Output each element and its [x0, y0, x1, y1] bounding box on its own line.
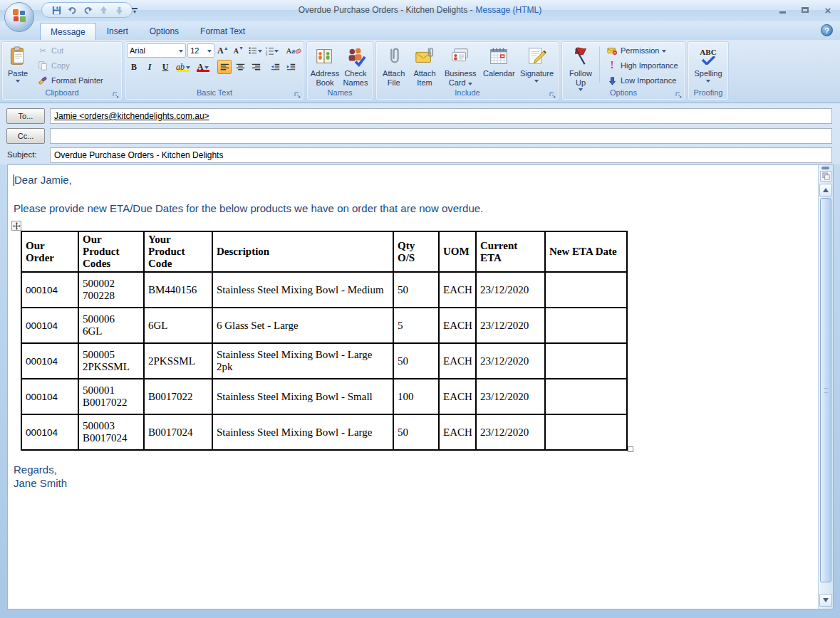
- table-header-row: Our Order Our Product Codes Your Product…: [21, 231, 627, 272]
- align-center-button[interactable]: [233, 60, 247, 74]
- signature-button[interactable]: Signature: [517, 43, 556, 84]
- format-painter-button[interactable]: Format Painter: [34, 73, 106, 88]
- tab-format-text[interactable]: Format Text: [190, 22, 256, 40]
- align-right-button[interactable]: [249, 60, 263, 74]
- close-icon[interactable]: ×: [821, 4, 834, 16]
- office-button[interactable]: [4, 2, 34, 32]
- col-our-order[interactable]: Our Order: [21, 231, 78, 272]
- spelling-button[interactable]: ABC Spelling: [692, 43, 724, 84]
- col-new-eta-date[interactable]: New ETA Date: [545, 231, 627, 272]
- align-left-button[interactable]: [217, 60, 232, 74]
- to-recipient[interactable]: Jamie <orders@kitchendelights.com.au>: [54, 111, 209, 121]
- intro-text[interactable]: Please provide new ETA/Due Dates for the…: [14, 202, 812, 214]
- attach-item-button[interactable]: Attach Item: [409, 43, 440, 88]
- split-handle[interactable]: [821, 167, 829, 169]
- new-eta-cell[interactable]: [545, 272, 627, 308]
- clear-formatting-button[interactable]: Aa: [285, 43, 302, 58]
- permission-dropdown-icon: [662, 50, 666, 53]
- table-row: 000104500001 B0017022B0017022Stainless S…: [21, 379, 627, 414]
- font-color-button[interactable]: A: [194, 60, 212, 74]
- business-card-button[interactable]: Business Card: [440, 43, 481, 88]
- cc-field[interactable]: [50, 128, 832, 144]
- table-resize-handle[interactable]: [628, 446, 633, 452]
- bold-button[interactable]: B: [127, 60, 141, 74]
- col-qty-os[interactable]: Qty O/S: [393, 231, 439, 272]
- attach-item-icon: [413, 45, 436, 68]
- subject-field[interactable]: Overdue Purchase Orders - Kitchen Deligh…: [50, 147, 832, 163]
- text-highlight-button[interactable]: ab: [174, 60, 192, 74]
- vertical-scrollbar[interactable]: [818, 165, 833, 609]
- message-header-fields: To... Jamie <orders@kitchendelights.com.…: [0, 103, 840, 164]
- scroll-down-icon[interactable]: [819, 594, 832, 607]
- permission-button[interactable]: Permission: [603, 43, 681, 58]
- to-button[interactable]: To...: [6, 108, 45, 124]
- tab-options[interactable]: Options: [139, 22, 190, 40]
- col-current-eta[interactable]: Current ETA: [476, 231, 545, 272]
- attach-file-button[interactable]: Attach File: [378, 43, 409, 88]
- outlook-message-window: ▾ Overdue Purchase Orders - Kitchen Deli…: [0, 0, 840, 618]
- signature-dropdown-icon: [534, 80, 539, 83]
- shrink-font-button[interactable]: A▼: [232, 43, 246, 58]
- underline-button[interactable]: U: [158, 60, 172, 74]
- calendar-icon: [487, 45, 510, 68]
- col-your-product-code[interactable]: Your Product Code: [144, 231, 212, 272]
- new-eta-cell[interactable]: [545, 343, 627, 379]
- ribbon: Paste ✂ Cut Copy: [0, 40, 840, 103]
- col-description[interactable]: Description: [212, 231, 393, 272]
- grow-font-button[interactable]: A▲: [216, 43, 230, 58]
- overdue-orders-table: Our Order Our Product Codes Your Product…: [21, 231, 628, 451]
- tab-insert[interactable]: Insert: [96, 22, 139, 40]
- italic-button[interactable]: I: [142, 60, 157, 74]
- sign-off-text[interactable]: Regards, Jane Smith: [14, 464, 812, 491]
- scrollbar-thumb[interactable]: [820, 198, 831, 582]
- follow-up-flag-icon: [569, 45, 592, 68]
- window-title: Overdue Purchase Orders - Kitchen Deligh…: [0, 5, 840, 15]
- new-eta-cell[interactable]: [545, 308, 627, 343]
- col-our-product-codes[interactable]: Our Product Codes: [78, 231, 144, 272]
- low-importance-button[interactable]: Low Importance: [603, 73, 681, 88]
- to-field[interactable]: Jamie <orders@kitchendelights.com.au>: [50, 108, 832, 124]
- high-importance-button[interactable]: ! High Importance: [603, 58, 681, 73]
- maximize-icon[interactable]: [799, 4, 812, 16]
- group-proofing: ABC Spelling Proofing: [688, 41, 729, 100]
- check-names-icon: [344, 45, 367, 68]
- new-eta-cell[interactable]: [545, 379, 627, 414]
- message-editor[interactable]: Dear Jamie, Please provide new ETA/Due D…: [8, 165, 818, 609]
- scroll-up-icon[interactable]: [819, 184, 832, 197]
- minimize-icon[interactable]: [776, 4, 789, 16]
- paste-button[interactable]: Paste: [4, 43, 31, 84]
- options-dialog-launcher-icon[interactable]: [675, 90, 683, 98]
- help-icon[interactable]: ?: [821, 24, 833, 36]
- bullets-button[interactable]: [247, 43, 263, 58]
- table-row: 000104500006 6GL6GL6 Glass Set - Large5E…: [21, 308, 627, 343]
- ruler-toggle-icon[interactable]: [820, 171, 831, 182]
- basic-text-dialog-launcher-icon[interactable]: [294, 90, 302, 98]
- group-clipboard: Paste ✂ Cut Copy: [1, 41, 123, 100]
- table-move-handle-icon[interactable]: [11, 221, 21, 231]
- window-controls: ×: [776, 4, 834, 16]
- business-card-icon: [449, 45, 472, 68]
- new-eta-cell[interactable]: [545, 414, 627, 450]
- increase-indent-button[interactable]: [284, 60, 298, 74]
- group-options: Follow Up Permission ! High Importance: [561, 41, 685, 100]
- follow-up-button[interactable]: Follow Up: [564, 43, 597, 93]
- check-names-button[interactable]: Check Names: [341, 43, 370, 88]
- message-body: Dear Jamie, Please provide new ETA/Due D…: [7, 164, 834, 609]
- font-name-select[interactable]: Arial: [127, 43, 186, 58]
- greeting-text[interactable]: Dear Jamie,: [14, 174, 812, 186]
- calendar-button[interactable]: Calendar: [481, 43, 517, 80]
- address-book-button[interactable]: Address Book: [309, 43, 341, 88]
- tab-message[interactable]: Message: [40, 23, 96, 40]
- col-uom[interactable]: UOM: [439, 231, 476, 272]
- include-dialog-launcher-icon[interactable]: [549, 90, 557, 98]
- paste-dropdown-icon: [16, 80, 20, 83]
- office-logo-icon: [11, 7, 28, 27]
- numbering-button[interactable]: 123: [264, 43, 280, 58]
- cut-button[interactable]: ✂ Cut: [34, 43, 106, 58]
- cc-button[interactable]: Cc...: [6, 128, 45, 144]
- spelling-dropdown-icon: [706, 80, 710, 83]
- font-size-select[interactable]: 12: [187, 43, 214, 58]
- clipboard-dialog-launcher-icon[interactable]: [112, 90, 120, 98]
- decrease-indent-button[interactable]: [268, 60, 282, 74]
- copy-button[interactable]: Copy: [34, 58, 106, 73]
